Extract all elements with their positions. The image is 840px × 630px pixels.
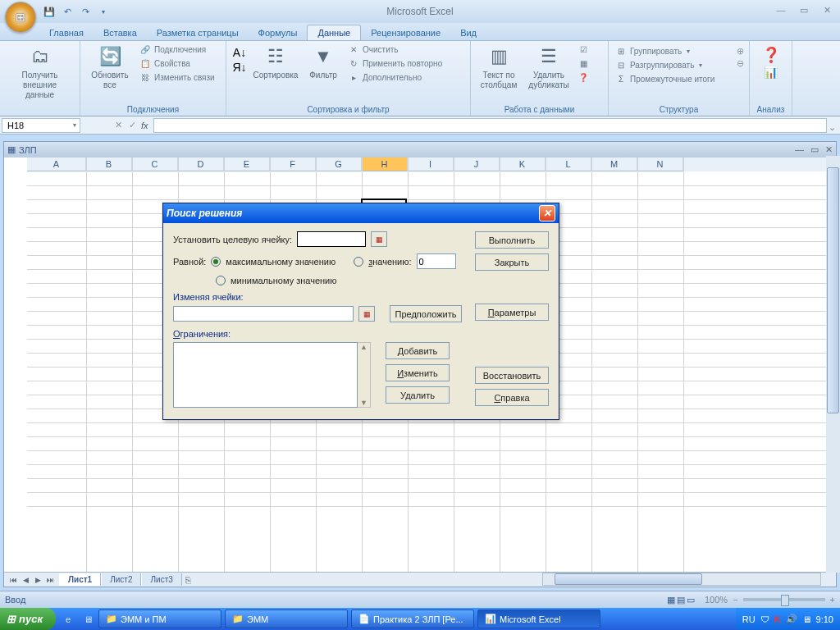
sheet-tab-1[interactable]: Лист1 [59,573,101,586]
zoom-in-icon[interactable]: + [830,595,835,605]
wb-close-icon[interactable]: ✕ [825,144,833,155]
last-sheet-icon[interactable]: ⏭ [44,576,56,584]
normal-view-icon[interactable]: ▦ [667,595,675,605]
desktop-icon[interactable]: 🖥 [80,612,95,627]
changing-cells-input[interactable] [173,306,354,322]
col-header-J[interactable]: J [454,158,500,171]
reset-button[interactable]: Восстановить [475,367,549,384]
clock[interactable]: 9:10 [816,614,833,624]
col-header-C[interactable]: C [132,158,178,171]
vertical-scrollbar[interactable] [826,156,840,573]
enter-formula-icon[interactable]: ✓ [129,120,136,130]
tab-insert[interactable]: Вставка [94,25,147,40]
tab-review[interactable]: Рецензирование [361,25,450,40]
close-icon[interactable]: ✕ [817,3,837,16]
undo-icon[interactable]: ↶ [61,5,74,18]
col-header-A[interactable]: A [27,158,86,171]
tray-k-icon[interactable]: K [774,614,781,624]
fx-icon[interactable]: fx [141,121,148,130]
close-button[interactable]: Закрыть [475,253,549,271]
name-box[interactable]: H18 [2,118,80,133]
col-header-H[interactable]: H [362,158,408,171]
group-button[interactable]: ⊞Группировать▾ [614,44,716,57]
tab-home[interactable]: Главная [39,25,94,40]
ungroup-button[interactable]: ⊟Разгруппировать▾ [614,58,716,71]
wb-maximize-icon[interactable]: ▭ [810,144,819,155]
solver-icon[interactable]: ❓ [762,46,780,64]
taskbar-item-3[interactable]: 📄Практика 2 ЗЛП [Ре... [351,609,474,628]
start-button[interactable]: ⊞ пуск [0,608,56,630]
target-cell-input[interactable] [297,231,366,247]
consolidate-button[interactable]: ▦ [576,57,591,70]
taskbar-item-4[interactable]: 📊Microsoft Excel [477,609,600,628]
ie-icon[interactable]: e [61,612,75,627]
sort-desc-icon[interactable]: Я↓ [232,61,246,74]
max-radio[interactable] [211,257,221,267]
advanced-filter-button[interactable]: ▸Дополнительно [346,71,444,84]
refresh-all-button[interactable]: 🔄 Обновить все [85,43,135,90]
formula-input[interactable] [153,118,827,133]
properties-button[interactable]: 📋Свойства [138,57,217,70]
col-header-M[interactable]: M [591,158,637,171]
col-header-G[interactable]: G [316,158,362,171]
pagebreak-view-icon[interactable]: ▭ [687,595,695,605]
text-to-columns-button[interactable]: ▥ Текст по столбцам [476,43,522,90]
value-input[interactable] [417,253,456,269]
office-button[interactable] [5,2,36,33]
subtotals-button[interactable]: ΣПромежуточные итоги [614,72,716,85]
tab-formulas[interactable]: Формулы [249,25,308,40]
taskbar-item-2[interactable]: 📁ЭММ [225,609,348,628]
col-header-F[interactable]: F [270,158,316,171]
zoom-slider[interactable] [743,598,825,601]
new-sheet-icon[interactable]: ⎘ [185,575,191,585]
sort-button[interactable]: ☷ Сортировка [251,43,300,80]
filter-button[interactable]: ▼ Фильтр [304,43,343,80]
outline-minus-icon[interactable]: ⊖ [737,58,744,69]
change-constraint-button[interactable]: Изменить [386,364,450,381]
zoom-out-icon[interactable]: − [733,595,737,605]
tab-view[interactable]: Вид [450,25,486,40]
tray-volume-icon[interactable]: 🔊 [786,614,797,624]
whatif-button[interactable]: ❓ [576,71,591,84]
add-constraint-button[interactable]: Добавить [386,342,450,359]
solve-button[interactable]: Выполнить [475,231,549,249]
col-header-B[interactable]: B [86,158,132,171]
min-radio[interactable] [216,276,226,285]
connections-button[interactable]: 🔗Подключения [138,43,217,56]
get-external-data-button[interactable]: 🗂 Получить внешние данные [16,43,65,100]
col-header-D[interactable]: D [178,158,224,171]
constraints-listbox[interactable] [173,342,358,408]
analysis-icon[interactable]: 📊 [764,66,778,79]
horizontal-scrollbar[interactable] [542,573,821,586]
col-header-K[interactable]: K [500,158,546,171]
restore-icon[interactable]: ▭ [794,3,814,16]
dialog-close-button[interactable]: ✕ [539,205,555,221]
minimize-icon[interactable]: — [771,3,791,16]
tab-pagelayout[interactable]: Разметка страницы [147,25,249,40]
guess-button[interactable]: Предположить [390,305,462,322]
col-header-L[interactable]: L [546,158,591,171]
lang-indicator[interactable]: RU [742,614,756,624]
changing-cells-refpicker[interactable]: ▦ [358,306,375,322]
value-radio[interactable] [354,257,363,267]
list-scroll-down-icon[interactable]: ▼ [360,399,368,407]
data-validation-button[interactable]: ☑ [576,43,591,56]
wb-minimize-icon[interactable]: — [795,144,804,155]
sort-asc-icon[interactable]: A↓ [233,46,246,59]
save-icon[interactable]: 💾 [43,5,56,18]
clear-filter-button[interactable]: ✕Очистить [346,43,444,56]
prev-sheet-icon[interactable]: ◀ [20,576,31,584]
sheet-tab-3[interactable]: Лист3 [141,573,181,586]
edit-links-button[interactable]: ⛓Изменить связи [138,71,217,84]
remove-duplicates-button[interactable]: ☰ Удалить дубликаты [525,43,573,90]
col-header-E[interactable]: E [224,158,270,171]
delete-constraint-button[interactable]: Удалить [386,386,450,404]
target-cell-refpicker[interactable]: ▦ [371,231,387,247]
help-button[interactable]: Справка [475,389,549,406]
col-header-I[interactable]: I [408,158,454,171]
cancel-formula-icon[interactable]: ✕ [115,120,122,130]
next-sheet-icon[interactable]: ▶ [32,576,43,584]
reapply-button[interactable]: ↻Применить повторно [346,57,444,70]
first-sheet-icon[interactable]: ⏮ [7,576,19,584]
pagelayout-view-icon[interactable]: ▤ [677,595,685,605]
